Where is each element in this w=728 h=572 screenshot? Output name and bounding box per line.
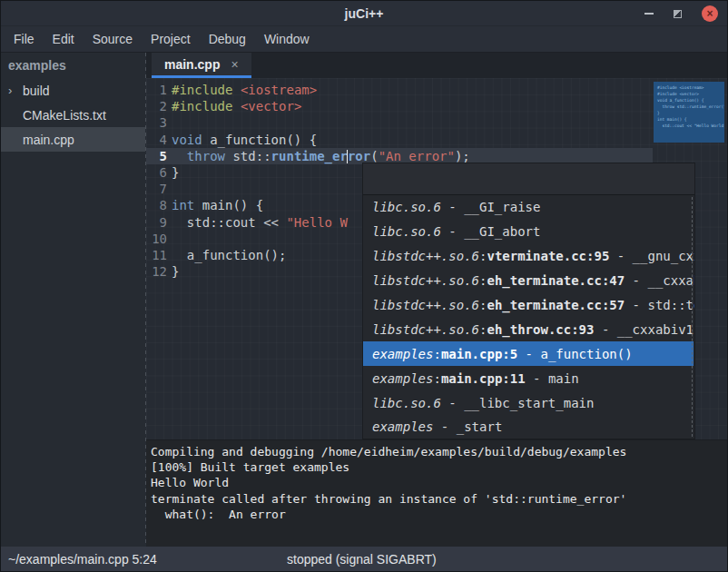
line-number: 2	[146, 98, 167, 114]
tab-bar: main.cpp ×	[146, 53, 727, 78]
line-number: 12	[146, 263, 167, 280]
line-number: 5	[146, 148, 167, 164]
close-icon[interactable]: ×	[702, 5, 718, 22]
backtrace-item[interactable]: libc.so.6 - __GI_raise	[363, 195, 694, 220]
window-title: juCi++	[1, 6, 727, 21]
backtrace-item[interactable]: libc.so.6 - __GI_abort	[363, 220, 694, 244]
popup-scrollbar[interactable]	[692, 197, 693, 437]
terminal-line: Compiling and debugging /home/eidheim/ex…	[151, 444, 723, 459]
backtrace-list: libc.so.6 - __GI_raise libc.so.6 - __GI_…	[363, 195, 694, 439]
status-bar: ~/examples/main.cpp 5:24 stopped (signal…	[1, 547, 727, 571]
backtrace-item[interactable]: libstdc++.so.6:eh_throw.cc:93 - __cxxabi…	[363, 317, 694, 341]
terminal-output[interactable]: Compiling and debugging /home/eidheim/ex…	[146, 439, 727, 548]
line-number: 9	[146, 214, 167, 231]
code-line: 2 #include <vector>	[146, 98, 727, 114]
tree-item-label: CMakeLists.txt	[23, 108, 106, 123]
line-number: 11	[146, 247, 167, 263]
status-file-location: ~/examples/main.cpp 5:24	[1, 552, 157, 567]
tree-item-label: main.cpp	[23, 133, 74, 147]
line-number: 10	[146, 231, 167, 247]
tab-close-icon[interactable]: ×	[231, 57, 238, 72]
code-preview-tooltip: #include <iostream> #include <vector> vo…	[654, 82, 724, 143]
menu-project[interactable]: Project	[142, 26, 200, 53]
tree-item-cmakelists[interactable]: CMakeLists.txt	[1, 103, 145, 127]
backtrace-item[interactable]: libc.so.6 - __libc_start_main	[363, 390, 694, 415]
menu-file[interactable]: File	[5, 26, 44, 53]
code-editor[interactable]: 1 #include <iostream> 2 #include <vector…	[146, 78, 727, 439]
backtrace-item-selected[interactable]: examples:main.cpp:5 - a_function()	[363, 341, 694, 366]
tab-label: main.cpp	[164, 57, 220, 72]
backtrace-item[interactable]: libstdc++.so.6:eh_terminate.cc:47 - __cx…	[363, 269, 694, 293]
menu-source[interactable]: Source	[84, 26, 142, 53]
restore-icon[interactable]	[674, 10, 682, 18]
code-line: 4 void a_function() {	[146, 132, 727, 148]
backtrace-popup: libc.so.6 - __GI_raise libc.so.6 - __GI_…	[362, 163, 695, 439]
line-number: 4	[146, 132, 167, 148]
terminal-line: Hello World	[151, 475, 723, 490]
project-name: examples	[1, 53, 145, 78]
terminal-line: what(): An error	[151, 507, 723, 522]
line-number: 3	[146, 114, 167, 131]
minimize-icon[interactable]	[644, 13, 654, 15]
backtrace-popup-header	[363, 163, 694, 195]
backtrace-item[interactable]: examples - _start	[363, 415, 694, 439]
app-window: juCi++ × File Edit Source Project Debug …	[1, 1, 727, 571]
line-number: 6	[146, 164, 167, 181]
file-tree-sidebar: examples › build CMakeLists.txt main.cpp	[1, 53, 145, 547]
tab-main-cpp[interactable]: main.cpp ×	[152, 53, 251, 78]
code-line: 3	[146, 114, 727, 131]
terminal-line: terminate called after throwing an insta…	[151, 491, 723, 507]
window-controls: ×	[644, 1, 718, 26]
backtrace-item[interactable]: libstdc++.so.6:vterminate.cc:95 - __gnu_…	[363, 244, 694, 269]
line-number: 8	[146, 197, 167, 213]
backtrace-item[interactable]: examples:main.cpp:11 - main	[363, 366, 694, 390]
title-bar[interactable]: juCi++ ×	[1, 1, 727, 26]
menu-debug[interactable]: Debug	[200, 26, 255, 53]
line-number: 1	[146, 82, 167, 98]
line-number: 7	[146, 181, 167, 197]
backtrace-item[interactable]: libstdc++.so.6:eh_terminate.cc:57 - std:…	[363, 293, 694, 318]
menu-window[interactable]: Window	[255, 26, 319, 53]
status-debug-state: stopped (signal SIGABRT)	[287, 552, 437, 567]
code-line: 1 #include <iostream>	[146, 82, 727, 98]
tree-item-build[interactable]: › build	[1, 78, 145, 103]
terminal-line: [100%] Built target examples	[151, 459, 723, 475]
menu-bar: File Edit Source Project Debug Window	[1, 26, 727, 53]
tree-item-label: build	[23, 84, 50, 98]
menu-edit[interactable]: Edit	[44, 26, 84, 53]
chevron-right-icon[interactable]: ›	[8, 84, 23, 97]
tree-item-main-cpp[interactable]: main.cpp	[1, 127, 145, 152]
